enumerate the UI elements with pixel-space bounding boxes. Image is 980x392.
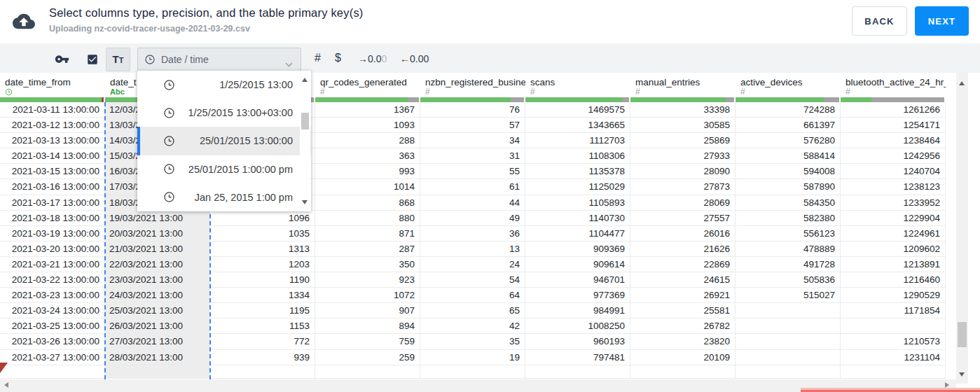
table-cell: 1469575 (525, 102, 630, 118)
column-resize-handle[interactable] (102, 97, 104, 102)
table-cell: 1112703 (525, 133, 630, 148)
increase-decimal-button[interactable]: →0.00 (358, 53, 387, 64)
column-type-clock-icon (0, 88, 105, 97)
table-cell: 288 (315, 133, 420, 148)
column-nzbn_registered_busine[interactable]: nzbn_registered_busine#76573431556144493… (420, 73, 525, 379)
column-type-toolbar: TT Date / time # $ →0.00 ←0.00 (0, 43, 980, 73)
table-cell (841, 318, 945, 334)
table-cell: 1238123 (841, 179, 945, 195)
vertical-scrollbar[interactable] (956, 73, 968, 384)
table-cell: 1108306 (525, 148, 630, 164)
cloud-upload-icon (13, 12, 35, 34)
table-cell: 1242956 (841, 148, 945, 164)
table-cell: 2021-03-17 13:00:00 (0, 195, 104, 211)
table-cell: 1035 (210, 226, 315, 241)
table-cell: 1008250 (525, 318, 630, 334)
scroll-left-icon[interactable] (4, 382, 8, 388)
datetime-format-select[interactable]: Date / time (137, 48, 301, 71)
table-cell: 576280 (736, 133, 840, 148)
clock-icon (163, 135, 175, 147)
dropdown-option[interactable]: 25/01/2015 1:00:00 pm (137, 155, 311, 183)
back-button[interactable]: BACK (852, 6, 907, 36)
column-manual_entries[interactable]: manual_entries#3339830585258692793328090… (630, 73, 736, 379)
column-bluetooth_active_24_hr_[interactable]: bluetooth_active_24_hr_#1261266125417112… (841, 73, 946, 379)
table-cell-empty (841, 365, 945, 379)
table-cell: 28090 (630, 164, 735, 179)
primary-key-icon[interactable] (55, 52, 69, 69)
column-type-hash-icon: # (525, 88, 630, 97)
scroll-up-icon[interactable] (959, 81, 965, 85)
decrease-decimal-button[interactable]: ←0.00 (400, 53, 429, 64)
column-header[interactable]: scans (525, 73, 630, 88)
column-header[interactable]: active_devices (736, 73, 841, 88)
table-cell: 1203 (210, 257, 315, 272)
column-header[interactable]: date_time_from (0, 73, 105, 88)
table-cell: 25869 (630, 133, 735, 148)
table-cell: 27/03/2021 13:00 (105, 334, 209, 349)
dropdown-scrollbar-thumb[interactable] (301, 113, 309, 130)
table-cell: 36 (420, 226, 525, 241)
column-qr_codes_generated[interactable]: qr_codes_generated#136710932883639931014… (315, 73, 420, 379)
table-cell: 2021-03-27 13:00:00 (0, 350, 104, 365)
clock-icon (163, 79, 175, 91)
table-cell: 984991 (525, 303, 630, 318)
table-cell: 28069 (630, 195, 735, 211)
table-cell: 26782 (630, 318, 735, 334)
number-type-button[interactable]: # (315, 52, 321, 64)
table-cell: 923 (315, 272, 420, 288)
table-cell: 27873 (630, 179, 735, 195)
column-type-hash-icon: # (315, 88, 420, 97)
column-header[interactable]: bluetooth_active_24_hr_ (841, 73, 946, 88)
selected-column-left-border (104, 102, 106, 379)
column-date_time_from[interactable]: date_time_from2021-03-11 13:00:002021-03… (0, 73, 105, 379)
column-active_devices[interactable]: active_devices#7242886613975762805884145… (736, 73, 841, 379)
table-cell (736, 334, 840, 349)
dropdown-scrollbar[interactable] (300, 71, 310, 211)
table-cell: 1171854 (841, 303, 945, 318)
table-cell: 2021-03-21 13:00:00 (0, 257, 104, 272)
dropdown-option[interactable]: 1/25/2015 13:00 (137, 71, 311, 99)
table-cell: 1231104 (841, 350, 945, 365)
table-cell: 21626 (630, 241, 735, 257)
scroll-down-icon[interactable] (959, 372, 965, 377)
table-cell: 1224961 (841, 226, 945, 241)
dropdown-option[interactable]: 1/25/2015 13:00+03:00 (137, 99, 311, 127)
table-cell: 64 (420, 288, 525, 303)
table-cell: 1367 (315, 102, 420, 118)
column-type-hash-icon: # (420, 88, 525, 97)
table-cell: 960193 (525, 334, 630, 349)
currency-type-button[interactable]: $ (335, 52, 341, 64)
table-cell: 907 (315, 303, 420, 318)
table-cell: 1229904 (841, 211, 945, 226)
table-cell: 909614 (525, 257, 630, 272)
table-cell: 26/03/2021 13:00 (105, 318, 209, 334)
right-gutter (968, 73, 980, 392)
table-cell: 584350 (736, 195, 840, 211)
dropdown-option[interactable]: 25/01/2015 13:00:00 (137, 127, 311, 155)
column-quality-bar (420, 97, 525, 102)
text-type-button[interactable]: TT (106, 48, 130, 71)
dropdown-option[interactable]: Jan 25, 2015 1:00 pm (137, 183, 311, 211)
table-cell: 939 (210, 350, 315, 365)
next-button[interactable]: NEXT (915, 6, 969, 36)
clock-icon (163, 163, 175, 175)
scroll-down-icon[interactable] (302, 200, 308, 204)
include-column-checkbox[interactable] (86, 53, 99, 69)
column-header[interactable]: manual_entries (630, 73, 736, 88)
table-cell: 28/03/2021 13:00 (105, 350, 209, 365)
dropdown-option-label: 25/01/2015 1:00:00 pm (175, 164, 293, 175)
scroll-right-icon[interactable] (945, 382, 949, 388)
scroll-up-icon[interactable] (302, 78, 308, 82)
table-cell: 2021-03-24 13:00:00 (0, 303, 104, 318)
vertical-scrollbar-thumb[interactable] (958, 322, 967, 347)
table-cell: 1072 (315, 288, 420, 303)
table-cell: 33398 (630, 102, 735, 118)
column-header[interactable]: qr_codes_generated (315, 73, 420, 88)
table-cell: 363 (315, 148, 420, 164)
column-type-hash-icon: # (736, 88, 841, 97)
table-cell: 868 (315, 195, 420, 211)
table-cell: 22869 (630, 257, 735, 272)
column-header[interactable]: nzbn_registered_busine (420, 73, 525, 88)
table-cell: 21/03/2021 13:00 (105, 241, 209, 257)
column-scans[interactable]: scans#1469575134366511127031108306113537… (525, 73, 630, 379)
